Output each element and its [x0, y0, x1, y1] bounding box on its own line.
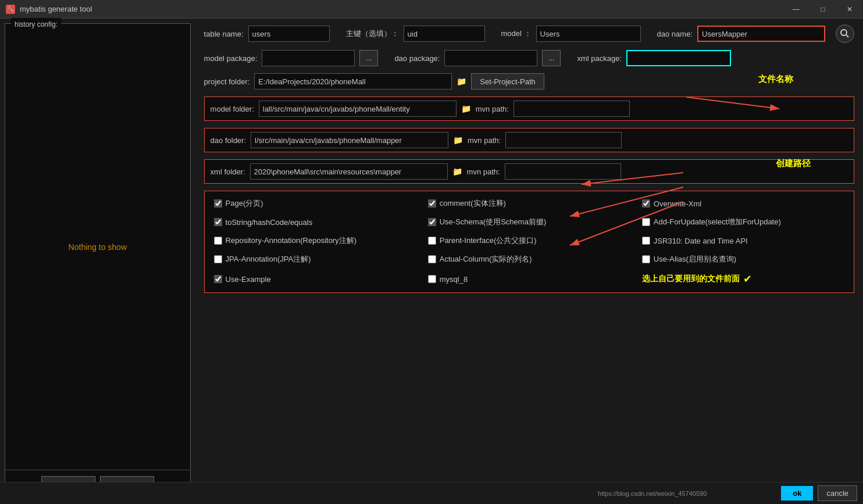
checkbox-comment[interactable]: comment(实体注释) [428, 198, 630, 209]
checkbox-tostring-input[interactable] [214, 218, 222, 226]
xml-folder-browse-button[interactable]: 📁 [452, 167, 462, 176]
checkbox-section: Page(分页) comment(实体注释) Overwrite-Xml toS… [204, 191, 854, 293]
checkbox-overwrite-label: Overwrite-Xml [654, 199, 701, 208]
row-packages: model package: ... dao package: ... xml … [204, 50, 854, 66]
dao-package-label: dao package: [394, 54, 440, 63]
checkbox-useschema[interactable]: Use-Schema(使用Schema前缀) [428, 217, 630, 227]
model-folder-browse-button[interactable]: 📁 [461, 104, 471, 113]
model-mvn-input[interactable] [513, 101, 630, 117]
table-name-input[interactable] [248, 26, 330, 42]
model-folder-label: model folder: [211, 105, 254, 113]
xml-package-input[interactable] [626, 50, 731, 66]
blog-url: https://blog.csdn.net/weixin_45740590 [6, 490, 776, 497]
checkbox-page[interactable]: Page(分页) [214, 198, 416, 209]
checkbox-repository[interactable]: Repository-Annotation(Repository注解) [214, 235, 416, 246]
checkbox-page-input[interactable] [214, 199, 222, 208]
app-icon: 🔧 [6, 5, 15, 14]
nothing-to-show-label: Nothing to show [69, 242, 127, 252]
minimize-button[interactable]: — [783, 0, 809, 19]
row-project-folder: project folder: 📁 Set-Project-Path [204, 73, 854, 90]
dao-mvn-input[interactable] [505, 132, 622, 148]
checkbox-repository-input[interactable] [214, 237, 222, 245]
checkbox-parent-input[interactable] [428, 237, 436, 245]
close-button[interactable]: ✕ [836, 0, 863, 19]
model-label: model ： [501, 28, 532, 39]
checkbox-overwrite-input[interactable] [642, 199, 650, 208]
checkbox-parent[interactable]: Parent-Interface(公共父接口) [428, 235, 630, 246]
checkbox-jpa[interactable]: JPA-Annotation(JPA注解) [214, 254, 416, 264]
xml-mvn-label: mvn path: [467, 167, 500, 176]
search-icon [840, 29, 850, 38]
checkbox-tostring-label: toString/hashCode/equals [226, 218, 313, 227]
checkbox-jsr310[interactable]: JSR310: Date and Time API [642, 235, 844, 246]
dao-folder-label: dao folder: [211, 136, 246, 145]
bottom-bar: https://blog.csdn.net/weixin_45740590 ok… [0, 482, 863, 504]
checkbox-page-label: Page(分页) [226, 198, 263, 209]
checkbox-mysql8-input[interactable] [428, 275, 436, 283]
checkbox-actualcol[interactable]: Actual-Column(实际的列名) [428, 254, 630, 264]
checkbox-actualcol-label: Actual-Column(实际的列名) [440, 254, 532, 264]
app-title: mybatis generate tool [20, 5, 92, 13]
checkbox-usealias[interactable]: Use-Alias(启用别名查询) [642, 254, 844, 264]
maximize-button[interactable]: □ [809, 0, 836, 19]
xml-folder-input[interactable] [250, 163, 448, 180]
xml-mvn-input[interactable] [505, 163, 621, 180]
checkbox-tostring[interactable]: toString/hashCode/equals [214, 217, 416, 227]
table-name-label: table name: [204, 30, 244, 38]
xml-package-label: xml package: [577, 54, 622, 63]
svg-line-1 [846, 35, 848, 37]
checkbox-usealias-input[interactable] [642, 255, 650, 263]
dao-package-browse-button[interactable]: ... [542, 50, 561, 66]
checkbox-addforupdate[interactable]: Add-ForUpdate(select增加ForUpdate) [642, 217, 844, 227]
checkbox-useexample-label: Use-Example [226, 275, 271, 284]
checkbox-useschema-input[interactable] [428, 218, 436, 226]
search-button[interactable] [836, 24, 854, 43]
xml-folder-label: xml folder: [211, 167, 245, 176]
project-folder-label: project folder: [204, 77, 250, 86]
primary-key-input[interactable] [404, 26, 485, 42]
checkbox-comment-input[interactable] [428, 199, 436, 208]
model-package-browse-button[interactable]: ... [359, 50, 378, 66]
checkbox-useschema-label: Use-Schema(使用Schema前缀) [440, 217, 547, 227]
checkbox-addforupdate-input[interactable] [642, 218, 650, 226]
checkbox-useexample[interactable]: Use-Example [214, 273, 416, 285]
checkbox-mysql8[interactable]: mysql_8 [428, 273, 630, 285]
sidebar-content: Nothing to show [5, 24, 190, 470]
history-sidebar: history config: Nothing to show SELECT D… [5, 23, 191, 499]
cancel-button[interactable]: cancle [818, 485, 857, 501]
primary-key-label: 主键（选填）： [346, 28, 399, 39]
row-xml-folder: xml folder: 📁 mvn path: [204, 159, 854, 184]
model-package-input[interactable] [262, 50, 355, 66]
set-project-path-button[interactable]: Set-Project-Path [471, 73, 544, 90]
dao-package-input[interactable] [444, 50, 537, 66]
checkmark-icon: ✔ [743, 273, 752, 285]
model-input[interactable] [536, 26, 641, 42]
ok-button[interactable]: ok [781, 486, 813, 501]
dao-folder-browse-button[interactable]: 📁 [453, 135, 463, 145]
dao-mvn-label: mvn path: [468, 136, 501, 145]
row-dao-folder: dao folder: 📁 mvn path: [204, 128, 854, 152]
select-files-annotation: 选上自己要用到的文件前面 ✔ [642, 273, 844, 285]
checkbox-addforupdate-label: Add-ForUpdate(select增加ForUpdate) [654, 217, 781, 227]
checkbox-jsr310-input[interactable] [642, 237, 650, 245]
title-bar: 🔧 mybatis generate tool — □ ✕ [0, 0, 863, 19]
model-folder-input[interactable] [259, 101, 457, 117]
dao-name-input[interactable] [697, 26, 825, 42]
svg-point-0 [841, 30, 847, 35]
window-controls: — □ ✕ [783, 0, 863, 19]
dao-name-label: dao name: [657, 30, 693, 38]
checkbox-overwrite[interactable]: Overwrite-Xml [642, 198, 844, 209]
row-table-info: table name: 主键（选填）： model ： dao name: [204, 24, 854, 43]
checkbox-jpa-input[interactable] [214, 255, 222, 263]
dao-folder-input[interactable] [251, 132, 448, 148]
checkbox-comment-label: comment(实体注释) [440, 198, 506, 209]
checkbox-useexample-input[interactable] [214, 275, 222, 283]
project-folder-input[interactable] [254, 73, 452, 90]
checkbox-actualcol-input[interactable] [428, 255, 436, 263]
checkbox-jsr310-label: JSR310: Date and Time API [654, 237, 748, 245]
row-model-folder: model folder: 📁 mvn path: [204, 96, 854, 121]
sidebar-title: history config: [11, 18, 61, 31]
project-folder-browse-button[interactable]: 📁 [457, 77, 466, 86]
checkbox-repository-label: Repository-Annotation(Repository注解) [226, 235, 356, 246]
main-content: history config: Nothing to show SELECT D… [0, 19, 863, 504]
